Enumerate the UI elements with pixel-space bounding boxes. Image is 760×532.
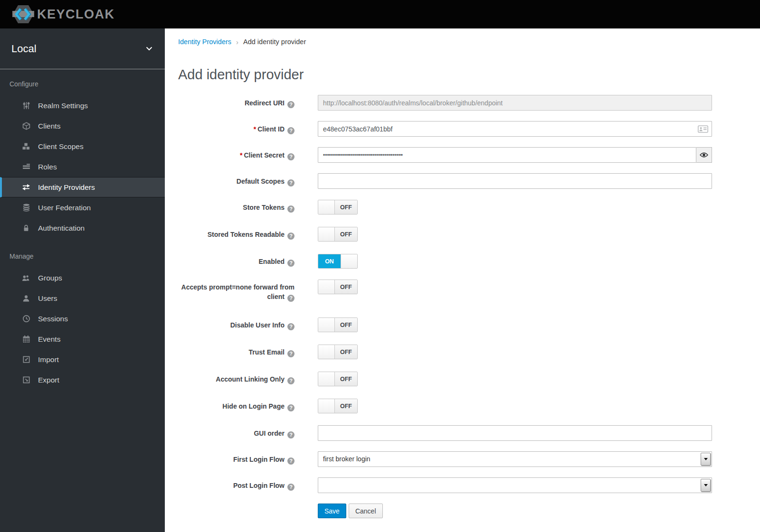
- sidebar-item-label: Import: [38, 355, 59, 364]
- save-button[interactable]: Save: [318, 504, 346, 518]
- sidebar-item-label: Realm Settings: [38, 102, 88, 110]
- sidebar-item-events[interactable]: Events: [0, 329, 165, 349]
- client-secret-input[interactable]: [318, 147, 696, 163]
- sidebar-item-sessions[interactable]: Sessions: [0, 308, 165, 329]
- sidebar-section-label-configure: Configure: [0, 79, 165, 89]
- form-row-stored-tokens-readable: Stored Tokens Readable?OFF: [178, 226, 760, 243]
- sidebar-item-import[interactable]: Import: [0, 349, 165, 370]
- field-control-enabled: ON: [318, 253, 712, 269]
- field-label-enabled: Enabled?: [178, 253, 294, 267]
- hide-on-login-page-toggle[interactable]: OFF: [318, 399, 358, 413]
- field-control-hide-on-login-page: OFF: [318, 398, 712, 415]
- list-icon: [22, 163, 30, 171]
- help-icon[interactable]: ?: [287, 350, 294, 357]
- breadcrumb-current: Add identity provider: [243, 38, 306, 46]
- field-label-client-id: *Client ID?: [178, 121, 294, 134]
- field-label-redirect-uri: Redirect URI?: [178, 95, 294, 108]
- sidebar-item-label: Identity Providers: [38, 183, 95, 192]
- field-control-disable-user-info: OFF: [318, 317, 712, 334]
- realm-name: Local: [11, 43, 37, 55]
- brand-title: KEYCLOAK: [37, 7, 115, 22]
- form-row-client-id: *Client ID?: [178, 121, 760, 137]
- field-label-disable-user-info: Disable User Info?: [178, 317, 294, 330]
- field-control-accepts-prompt-none-forward-from-client: OFF: [318, 279, 712, 296]
- help-icon[interactable]: ?: [287, 153, 294, 160]
- field-label-trust-email: Trust Email?: [178, 344, 294, 357]
- sidebar-item-label: Groups: [38, 274, 62, 282]
- sidebar-item-users[interactable]: Users: [0, 288, 165, 308]
- help-icon[interactable]: ?: [287, 457, 294, 465]
- trust-email-toggle[interactable]: OFF: [318, 345, 358, 359]
- field-label-post-login-flow: Post Login Flow?: [178, 477, 294, 491]
- client-id-input[interactable]: [318, 121, 712, 137]
- sidebar-item-identity-providers[interactable]: Identity Providers: [0, 177, 165, 197]
- form-row-store-tokens: Store Tokens?OFF: [178, 199, 760, 216]
- sidebar-item-clients[interactable]: Clients: [0, 116, 165, 136]
- sidebar-item-label: Clients: [38, 122, 60, 131]
- sidebar-item-realm-settings[interactable]: Realm Settings: [0, 95, 165, 116]
- toggle-handle: [318, 280, 335, 294]
- disable-user-info-toggle[interactable]: OFF: [318, 317, 358, 332]
- help-icon[interactable]: ?: [287, 179, 294, 187]
- stored-tokens-readable-toggle[interactable]: OFF: [318, 227, 358, 242]
- help-icon[interactable]: ?: [287, 101, 294, 108]
- select-dropdown-button[interactable]: [701, 479, 711, 492]
- field-label-default-scopes: Default Scopes?: [178, 173, 294, 187]
- sidebar-item-label: Export: [38, 376, 59, 384]
- field-control-redirect-uri: [318, 95, 712, 111]
- breadcrumb-link-identity-providers[interactable]: Identity Providers: [178, 38, 231, 46]
- sidebar-item-authentication[interactable]: Authentication: [0, 218, 165, 238]
- form-row-redirect-uri: Redirect URI?: [178, 95, 760, 111]
- clock-icon: [22, 315, 30, 323]
- form-row-account-linking-only: Account Linking Only?OFF: [178, 371, 760, 388]
- field-control-trust-email: OFF: [318, 344, 712, 361]
- help-icon[interactable]: ?: [287, 323, 294, 330]
- help-icon[interactable]: ?: [287, 295, 294, 302]
- sidebar-item-export[interactable]: Export: [0, 370, 165, 390]
- toggle-state-label: OFF: [335, 345, 357, 359]
- select-dropdown-button[interactable]: [701, 453, 711, 466]
- realm-selector[interactable]: Local: [0, 28, 165, 69]
- cancel-button[interactable]: Cancel: [349, 504, 383, 518]
- sidebar-item-label: Authentication: [38, 224, 85, 233]
- field-control-first-login-flow: first broker login: [318, 451, 712, 467]
- toggle-state-label: OFF: [335, 200, 357, 214]
- toggle-handle: [318, 318, 335, 332]
- sidebar-section-label-manage: Manage: [0, 252, 165, 261]
- help-icon[interactable]: ?: [287, 484, 294, 491]
- toggle-handle: [318, 200, 335, 214]
- help-icon[interactable]: ?: [287, 205, 294, 213]
- gui-order-input[interactable]: [318, 425, 712, 441]
- breadcrumb: Identity Providers › Add identity provid…: [178, 37, 760, 47]
- post-login-flow-select[interactable]: [318, 477, 712, 493]
- sliders-icon: [22, 102, 30, 110]
- field-label-client-secret: *Client Secret?: [178, 147, 294, 160]
- field-label-account-linking-only: Account Linking Only?: [178, 371, 294, 384]
- accepts-prompt-none-forward-from-client-toggle[interactable]: OFF: [318, 280, 358, 294]
- cubes-icon: [22, 142, 30, 150]
- sidebar-item-client-scopes[interactable]: Client Scopes: [0, 136, 165, 157]
- help-icon[interactable]: ?: [287, 377, 294, 384]
- form-row-post-login-flow: Post Login Flow?: [178, 477, 760, 493]
- help-icon[interactable]: ?: [287, 127, 294, 134]
- client-secret-input-group: [318, 147, 712, 163]
- default-scopes-input[interactable]: [318, 173, 712, 189]
- field-label-first-login-flow: First Login Flow?: [178, 451, 294, 465]
- sidebar-item-roles[interactable]: Roles: [0, 157, 165, 177]
- help-icon[interactable]: ?: [287, 404, 294, 411]
- sidebar-item-label: Users: [38, 294, 57, 303]
- sidebar-item-groups[interactable]: Groups: [0, 268, 165, 288]
- sidebar-sections: ConfigureRealm SettingsClientsClient Sco…: [0, 79, 165, 390]
- form-actions: Save Cancel: [318, 504, 760, 518]
- first-login-flow-select[interactable]: first broker login: [318, 451, 712, 467]
- sidebar-item-user-federation[interactable]: User Federation: [0, 197, 165, 218]
- field-control-gui-order: [318, 425, 712, 441]
- show-secret-button[interactable]: [696, 147, 712, 163]
- enabled-toggle[interactable]: ON: [318, 254, 358, 269]
- redirect-uri-input[interactable]: [318, 95, 712, 111]
- account-linking-only-toggle[interactable]: OFF: [318, 372, 358, 386]
- store-tokens-toggle[interactable]: OFF: [318, 200, 358, 215]
- help-icon[interactable]: ?: [287, 233, 294, 240]
- help-icon[interactable]: ?: [287, 260, 294, 267]
- help-icon[interactable]: ?: [287, 431, 294, 439]
